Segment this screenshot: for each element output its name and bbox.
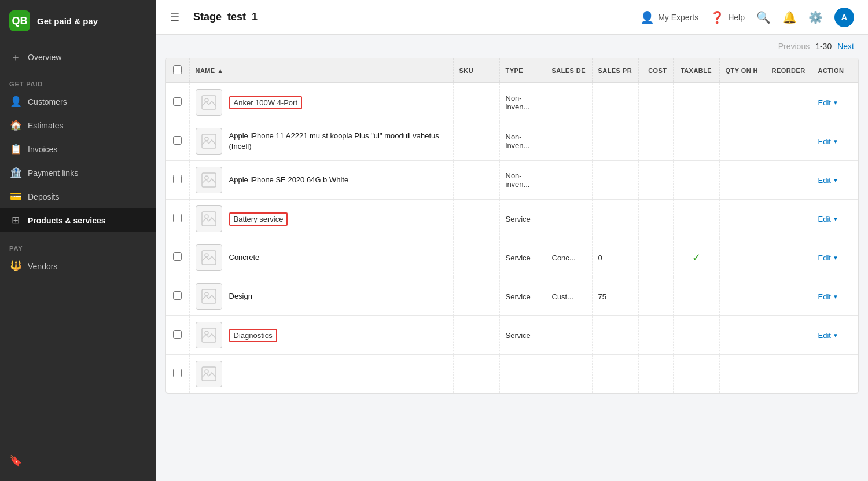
edit-button[interactable]: Edit ▼ bbox=[818, 98, 853, 107]
sidebar-item-overview[interactable]: ＋ Overview bbox=[0, 42, 156, 72]
topbar-actions: 👤 My Experts ❓ Help 🔍 🔔 ⚙️ A bbox=[640, 8, 854, 27]
vendors-icon: 🔱 bbox=[9, 260, 22, 272]
search-icon: 🔍 bbox=[756, 10, 771, 24]
product-taxable bbox=[673, 277, 719, 316]
sidebar-item-estimates[interactable]: 🏠 Estimates bbox=[0, 113, 156, 137]
product-type: Service bbox=[499, 316, 546, 355]
product-cell: Apple iPhone SE 2020 64G b White bbox=[196, 167, 447, 193]
dropdown-arrow-icon: ▼ bbox=[833, 138, 838, 145]
table-row bbox=[166, 355, 858, 394]
product-qty bbox=[719, 316, 766, 355]
bell-icon: 🔔 bbox=[782, 10, 797, 24]
row-checkbox[interactable] bbox=[173, 291, 182, 300]
row-checkbox[interactable] bbox=[173, 369, 182, 377]
product-reorder bbox=[766, 161, 812, 200]
edit-label: Edit bbox=[818, 254, 831, 262]
edit-button[interactable]: Edit ▼ bbox=[818, 176, 853, 185]
product-taxable bbox=[673, 316, 719, 355]
product-cost bbox=[638, 122, 673, 161]
col-reorder-header[interactable]: REORDER bbox=[766, 58, 812, 83]
product-qty bbox=[719, 238, 766, 277]
sidebar-item-products-services[interactable]: ⊞ Products & services bbox=[0, 208, 156, 232]
product-action: Edit ▼ bbox=[812, 277, 858, 316]
select-all-checkbox[interactable] bbox=[173, 65, 182, 74]
col-salesde-header[interactable]: SALES DE bbox=[546, 58, 592, 83]
svg-point-7 bbox=[205, 215, 208, 218]
app-title: Get paid & pay bbox=[37, 16, 98, 26]
sidebar-item-vendors[interactable]: 🔱 Vendors bbox=[0, 254, 156, 278]
svg-rect-8 bbox=[202, 251, 216, 265]
edit-button[interactable]: Edit ▼ bbox=[818, 292, 853, 301]
product-reorder bbox=[766, 277, 812, 316]
notifications-button[interactable]: 🔔 bbox=[782, 10, 797, 24]
product-taxable bbox=[673, 83, 719, 122]
product-salesde bbox=[546, 83, 592, 122]
product-cost bbox=[638, 161, 673, 200]
dropdown-arrow-icon: ▼ bbox=[833, 216, 838, 222]
product-cost bbox=[638, 316, 673, 355]
col-sku-header[interactable]: SKU bbox=[453, 58, 499, 83]
svg-rect-14 bbox=[202, 367, 216, 381]
sidebar-header: QB Get paid & pay bbox=[0, 0, 156, 42]
page-title: Stage_test_1 bbox=[193, 11, 631, 23]
row-checkbox[interactable] bbox=[173, 175, 182, 183]
sidebar: QB Get paid & pay ＋ Overview GET PAID 👤 … bbox=[0, 0, 156, 481]
sidebar-item-invoices[interactable]: 📋 Invoices bbox=[0, 137, 156, 161]
table-row: Apple iPhone 11 A2221 mu st koopia Plus … bbox=[166, 122, 858, 161]
next-button[interactable]: Next bbox=[837, 42, 854, 51]
table-header-row: NAME ▲ SKU TYPE SALES DE SALES PR bbox=[166, 58, 858, 83]
edit-button[interactable]: Edit ▼ bbox=[818, 254, 853, 262]
svg-rect-12 bbox=[202, 328, 216, 342]
product-taxable bbox=[673, 122, 719, 161]
svg-rect-10 bbox=[202, 289, 216, 303]
user-avatar[interactable]: A bbox=[834, 8, 854, 27]
product-thumbnail bbox=[196, 244, 222, 271]
edit-label: Edit bbox=[818, 331, 831, 340]
product-action: Edit ▼ bbox=[812, 83, 858, 122]
col-qty-header[interactable]: QTY ON H bbox=[719, 58, 766, 83]
product-salespr bbox=[592, 200, 638, 238]
edit-button[interactable]: Edit ▼ bbox=[818, 215, 853, 223]
sidebar-item-deposits[interactable]: 💳 Deposits bbox=[0, 185, 156, 208]
product-salespr: 0 bbox=[592, 238, 638, 277]
svg-point-9 bbox=[205, 254, 208, 257]
product-salesde bbox=[546, 200, 592, 238]
help-label: Help bbox=[728, 13, 745, 22]
product-sku bbox=[453, 316, 499, 355]
row-checkbox[interactable] bbox=[173, 136, 182, 145]
product-name-highlighted: Battery service bbox=[229, 212, 288, 226]
row-checkbox[interactable] bbox=[173, 330, 182, 339]
help-button[interactable]: ❓ Help bbox=[710, 10, 745, 24]
products-icon: ⊞ bbox=[9, 214, 22, 226]
edit-button[interactable]: Edit ▼ bbox=[818, 331, 853, 340]
sidebar-item-bookmark[interactable]: 🔖 bbox=[9, 450, 147, 472]
settings-button[interactable]: ⚙️ bbox=[808, 10, 823, 24]
col-cost-header[interactable]: COST bbox=[638, 58, 673, 83]
taxable-checkmark: ✓ bbox=[692, 252, 701, 263]
product-action: Edit ▼ bbox=[812, 238, 858, 277]
row-checkbox[interactable] bbox=[173, 214, 182, 222]
hamburger-icon[interactable]: ☰ bbox=[170, 11, 179, 24]
help-icon: ❓ bbox=[710, 10, 724, 24]
product-thumbnail bbox=[196, 167, 222, 193]
pay-section-label: PAY bbox=[0, 237, 156, 254]
sidebar-item-customers[interactable]: 👤 Customers bbox=[0, 90, 156, 113]
search-button[interactable]: 🔍 bbox=[756, 10, 771, 24]
my-experts-button[interactable]: 👤 My Experts bbox=[640, 10, 698, 24]
product-action: Edit ▼ bbox=[812, 161, 858, 200]
svg-rect-6 bbox=[202, 212, 216, 226]
product-taxable bbox=[673, 200, 719, 238]
svg-rect-0 bbox=[202, 96, 216, 109]
sidebar-item-payment-links[interactable]: 🏦 Payment links bbox=[0, 161, 156, 185]
col-taxable-header[interactable]: TAXABLE bbox=[673, 58, 719, 83]
product-salespr bbox=[592, 83, 638, 122]
dropdown-arrow-icon: ▼ bbox=[833, 332, 838, 339]
row-checkbox[interactable] bbox=[173, 97, 182, 106]
col-type-header[interactable]: TYPE bbox=[499, 58, 546, 83]
row-checkbox[interactable] bbox=[173, 252, 182, 261]
col-name-header[interactable]: NAME ▲ bbox=[189, 58, 453, 83]
col-salespr-header[interactable]: SALES PR bbox=[592, 58, 638, 83]
sidebar-item-customers-label: Customers bbox=[28, 97, 67, 107]
product-type: Non-inven... bbox=[499, 122, 546, 161]
edit-button[interactable]: Edit ▼ bbox=[818, 137, 853, 146]
